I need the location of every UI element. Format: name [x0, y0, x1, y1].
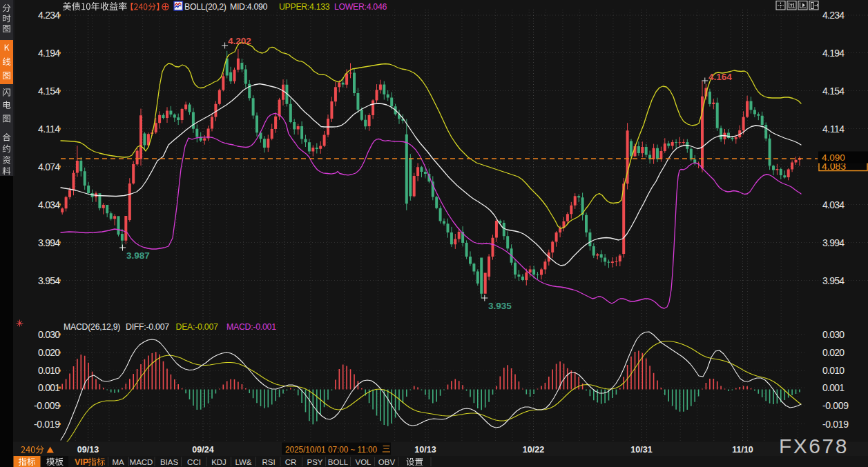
- svg-text:4.114: 4.114: [38, 123, 60, 135]
- svg-text:0.001: 0.001: [822, 382, 845, 393]
- svg-text:MA: MA: [112, 458, 124, 466]
- svg-text:0.010: 0.010: [822, 365, 845, 376]
- svg-text:4.194: 4.194: [38, 48, 60, 59]
- svg-text:11/10: 11/10: [732, 445, 753, 455]
- svg-text:CR: CR: [285, 458, 297, 466]
- svg-text:3.994: 3.994: [822, 237, 845, 248]
- svg-text:KDJ: KDJ: [211, 458, 226, 466]
- svg-text:-0.009: -0.009: [34, 400, 60, 411]
- svg-text:RSI: RSI: [262, 458, 275, 466]
- svg-text:0.020: 0.020: [822, 347, 845, 358]
- svg-text:4.194: 4.194: [822, 48, 845, 59]
- svg-text:4.034: 4.034: [822, 199, 845, 210]
- svg-text:3.954: 3.954: [38, 275, 60, 286]
- svg-text:BOLL(20,2): BOLL(20,2): [184, 2, 226, 12]
- svg-text:4.114: 4.114: [822, 123, 845, 135]
- svg-text:4.164: 4.164: [708, 72, 732, 82]
- svg-text:OBV: OBV: [378, 458, 396, 466]
- svg-text:LOWER:4.046: LOWER:4.046: [334, 2, 387, 12]
- svg-text:4.234: 4.234: [822, 10, 845, 21]
- svg-text:VOL: VOL: [355, 458, 372, 466]
- svg-text:0.010: 0.010: [38, 365, 60, 376]
- svg-text:MACD(26,12,9): MACD(26,12,9): [64, 322, 120, 332]
- svg-text:3.954: 3.954: [822, 275, 845, 286]
- svg-text:10/31: 10/31: [630, 445, 652, 455]
- svg-text:2025/10/01 07:00 ~ 11:00: 2025/10/01 07:00 ~ 11:00: [285, 445, 377, 455]
- svg-text:4.154: 4.154: [822, 86, 845, 97]
- svg-text:0.030: 0.030: [38, 329, 60, 340]
- svg-text:10/13: 10/13: [414, 445, 436, 455]
- svg-text:PSY: PSY: [307, 458, 322, 466]
- svg-text:09/24: 09/24: [192, 445, 213, 455]
- svg-text:-0.019: -0.019: [34, 419, 60, 430]
- svg-text:BIAS: BIAS: [160, 458, 179, 466]
- svg-text:4.154: 4.154: [38, 86, 60, 97]
- svg-text:4.074: 4.074: [38, 161, 60, 172]
- svg-text:MACD: MACD: [130, 458, 153, 466]
- svg-text:FX678: FX678: [779, 435, 849, 457]
- svg-text:4.090: 4.090: [822, 152, 845, 163]
- svg-text:VIP: VIP: [75, 457, 88, 467]
- svg-text:0.030: 0.030: [822, 329, 845, 340]
- svg-text:4.202: 4.202: [228, 36, 251, 46]
- svg-text:DEA:-0.007: DEA:-0.007: [176, 322, 218, 332]
- svg-text:3.987: 3.987: [126, 250, 150, 261]
- svg-text:DIFF:-0.007: DIFF:-0.007: [126, 322, 169, 332]
- svg-text:MACD:-0.001: MACD:-0.001: [226, 322, 276, 332]
- svg-text:-0.019: -0.019: [822, 419, 849, 430]
- svg-text:09/13: 09/13: [77, 445, 99, 455]
- svg-text:LW&: LW&: [235, 458, 251, 466]
- svg-text:MID:4.090: MID:4.090: [230, 2, 267, 12]
- svg-text:3.935: 3.935: [488, 301, 512, 311]
- svg-text:BOLL: BOLL: [328, 458, 349, 466]
- svg-text:10/22: 10/22: [523, 445, 544, 455]
- svg-text:4.034: 4.034: [38, 199, 60, 210]
- svg-text:UPPER:4.133: UPPER:4.133: [279, 2, 330, 12]
- svg-text:4.234: 4.234: [38, 10, 60, 21]
- svg-text:3.994: 3.994: [38, 237, 60, 248]
- svg-text:CCI: CCI: [187, 458, 201, 466]
- svg-text:0.020: 0.020: [38, 347, 60, 358]
- svg-text:0.001: 0.001: [38, 382, 60, 393]
- svg-text:-0.009: -0.009: [822, 400, 849, 411]
